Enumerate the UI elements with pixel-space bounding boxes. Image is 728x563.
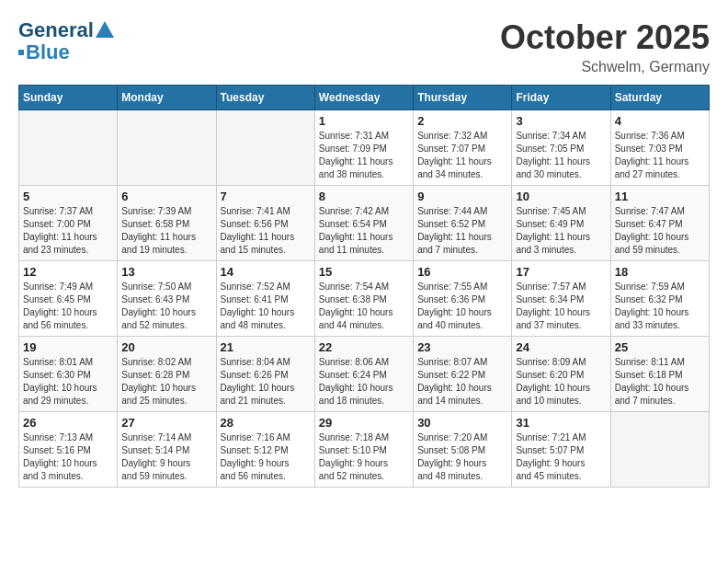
title-block: October 2025 Schwelm, Germany [500, 18, 710, 75]
calendar-cell: 10Sunrise: 7:45 AM Sunset: 6:49 PM Dayli… [512, 186, 610, 261]
day-number: 19 [23, 340, 113, 354]
logo-blue: Blue [26, 40, 70, 64]
day-info: Sunrise: 7:20 AM Sunset: 5:08 PM Dayligh… [417, 431, 507, 483]
calendar-cell: 12Sunrise: 7:49 AM Sunset: 6:45 PM Dayli… [19, 261, 118, 337]
calendar-cell: 29Sunrise: 7:18 AM Sunset: 5:10 PM Dayli… [314, 412, 413, 488]
calendar-cell: 6Sunrise: 7:39 AM Sunset: 6:58 PM Daylig… [118, 186, 216, 261]
calendar-cell: 25Sunrise: 8:11 AM Sunset: 6:18 PM Dayli… [610, 337, 709, 412]
day-info: Sunrise: 7:55 AM Sunset: 6:36 PM Dayligh… [417, 281, 507, 332]
day-info: Sunrise: 8:07 AM Sunset: 6:22 PM Dayligh… [417, 356, 507, 408]
day-info: Sunrise: 7:37 AM Sunset: 7:00 PM Dayligh… [23, 205, 113, 257]
day-info: Sunrise: 7:41 AM Sunset: 6:56 PM Dayligh… [221, 205, 311, 257]
day-number: 21 [221, 340, 311, 354]
calendar-cell: 21Sunrise: 8:04 AM Sunset: 6:26 PM Dayli… [216, 337, 314, 412]
day-info: Sunrise: 7:31 AM Sunset: 7:09 PM Dayligh… [319, 130, 409, 181]
day-number: 3 [516, 114, 606, 128]
day-number: 26 [23, 416, 113, 430]
day-number: 28 [221, 416, 311, 430]
day-info: Sunrise: 7:39 AM Sunset: 6:58 PM Dayligh… [121, 205, 211, 257]
calendar-header-row: SundayMondayTuesdayWednesdayThursdayFrid… [19, 86, 710, 110]
day-number: 27 [121, 416, 211, 430]
day-info: Sunrise: 7:21 AM Sunset: 5:07 PM Dayligh… [516, 431, 606, 483]
day-number: 5 [23, 190, 113, 203]
calendar-cell: 5Sunrise: 7:37 AM Sunset: 7:00 PM Daylig… [19, 186, 118, 261]
weekday-header-thursday: Thursday [414, 86, 512, 110]
day-info: Sunrise: 8:09 AM Sunset: 6:20 PM Dayligh… [516, 356, 606, 408]
day-info: Sunrise: 7:18 AM Sunset: 5:10 PM Dayligh… [319, 431, 409, 483]
calendar-cell: 8Sunrise: 7:42 AM Sunset: 6:54 PM Daylig… [314, 186, 413, 261]
weekday-header-tuesday: Tuesday [216, 86, 314, 110]
day-info: Sunrise: 7:42 AM Sunset: 6:54 PM Dayligh… [319, 205, 409, 257]
calendar-cell: 18Sunrise: 7:59 AM Sunset: 6:32 PM Dayli… [610, 261, 709, 337]
day-number: 8 [319, 190, 409, 203]
day-info: Sunrise: 7:36 AM Sunset: 7:03 PM Dayligh… [615, 130, 705, 181]
day-info: Sunrise: 7:34 AM Sunset: 7:05 PM Dayligh… [516, 130, 606, 181]
day-number: 14 [221, 265, 311, 279]
day-number: 29 [319, 416, 409, 430]
day-number: 13 [121, 265, 211, 279]
day-number: 24 [516, 340, 606, 354]
day-info: Sunrise: 8:04 AM Sunset: 6:26 PM Dayligh… [221, 356, 311, 408]
calendar-week-row: 5Sunrise: 7:37 AM Sunset: 7:00 PM Daylig… [19, 186, 710, 261]
day-info: Sunrise: 7:54 AM Sunset: 6:38 PM Dayligh… [319, 281, 409, 332]
calendar-cell: 4Sunrise: 7:36 AM Sunset: 7:03 PM Daylig… [610, 110, 709, 186]
calendar-cell: 23Sunrise: 8:07 AM Sunset: 6:22 PM Dayli… [414, 337, 512, 412]
calendar-cell: 9Sunrise: 7:44 AM Sunset: 6:52 PM Daylig… [414, 186, 512, 261]
day-number: 6 [121, 190, 211, 203]
calendar-cell: 24Sunrise: 8:09 AM Sunset: 6:20 PM Dayli… [512, 337, 610, 412]
weekday-header-monday: Monday [118, 86, 216, 110]
calendar-cell: 19Sunrise: 8:01 AM Sunset: 6:30 PM Dayli… [19, 337, 118, 412]
calendar-cell: 17Sunrise: 7:57 AM Sunset: 6:34 PM Dayli… [512, 261, 610, 337]
day-number: 2 [417, 114, 507, 128]
calendar-week-row: 19Sunrise: 8:01 AM Sunset: 6:30 PM Dayli… [19, 337, 710, 412]
day-number: 17 [516, 265, 606, 279]
location-title: Schwelm, Germany [500, 59, 710, 75]
day-info: Sunrise: 8:06 AM Sunset: 6:24 PM Dayligh… [319, 356, 409, 408]
calendar-cell: 3Sunrise: 7:34 AM Sunset: 7:05 PM Daylig… [512, 110, 610, 186]
day-number: 20 [121, 340, 211, 354]
day-number: 1 [319, 114, 409, 128]
calendar-cell [610, 412, 709, 488]
day-info: Sunrise: 7:44 AM Sunset: 6:52 PM Dayligh… [417, 205, 507, 257]
calendar-cell: 31Sunrise: 7:21 AM Sunset: 5:07 PM Dayli… [512, 412, 610, 488]
weekday-header-saturday: Saturday [610, 86, 709, 110]
month-title: October 2025 [500, 18, 710, 57]
calendar-cell: 13Sunrise: 7:50 AM Sunset: 6:43 PM Dayli… [118, 261, 216, 337]
day-number: 23 [417, 340, 507, 354]
calendar-cell: 15Sunrise: 7:54 AM Sunset: 6:38 PM Dayli… [314, 261, 413, 337]
logo-arrow-icon [96, 21, 114, 40]
calendar-cell: 7Sunrise: 7:41 AM Sunset: 6:56 PM Daylig… [216, 186, 314, 261]
page-header: General Blue October 2025 Schwelm, Germa… [18, 18, 710, 75]
day-number: 30 [417, 416, 507, 430]
day-number: 22 [319, 340, 409, 354]
calendar-week-row: 1Sunrise: 7:31 AM Sunset: 7:09 PM Daylig… [19, 110, 710, 186]
day-info: Sunrise: 7:50 AM Sunset: 6:43 PM Dayligh… [121, 281, 211, 332]
calendar-cell: 30Sunrise: 7:20 AM Sunset: 5:08 PM Dayli… [414, 412, 512, 488]
day-number: 16 [417, 265, 507, 279]
calendar-cell [19, 110, 118, 186]
day-info: Sunrise: 8:01 AM Sunset: 6:30 PM Dayligh… [23, 356, 113, 408]
day-number: 18 [615, 265, 705, 279]
day-number: 15 [319, 265, 409, 279]
day-info: Sunrise: 7:57 AM Sunset: 6:34 PM Dayligh… [516, 281, 606, 332]
day-info: Sunrise: 8:11 AM Sunset: 6:18 PM Dayligh… [615, 356, 705, 408]
day-info: Sunrise: 7:47 AM Sunset: 6:47 PM Dayligh… [615, 205, 705, 257]
calendar-cell: 11Sunrise: 7:47 AM Sunset: 6:47 PM Dayli… [610, 186, 709, 261]
day-number: 12 [23, 265, 113, 279]
calendar-cell: 28Sunrise: 7:16 AM Sunset: 5:12 PM Dayli… [216, 412, 314, 488]
logo-general: General [18, 18, 94, 42]
day-info: Sunrise: 7:45 AM Sunset: 6:49 PM Dayligh… [516, 205, 606, 257]
day-number: 10 [516, 190, 606, 203]
weekday-header-sunday: Sunday [19, 86, 118, 110]
calendar-cell: 27Sunrise: 7:14 AM Sunset: 5:14 PM Dayli… [118, 412, 216, 488]
calendar-cell: 2Sunrise: 7:32 AM Sunset: 7:07 PM Daylig… [414, 110, 512, 186]
day-info: Sunrise: 7:14 AM Sunset: 5:14 PM Dayligh… [121, 431, 211, 483]
calendar-week-row: 26Sunrise: 7:13 AM Sunset: 5:16 PM Dayli… [19, 412, 710, 488]
day-number: 11 [615, 190, 705, 203]
weekday-header-friday: Friday [512, 86, 610, 110]
weekday-header-wednesday: Wednesday [314, 86, 413, 110]
day-info: Sunrise: 7:49 AM Sunset: 6:45 PM Dayligh… [23, 281, 113, 332]
day-number: 9 [417, 190, 507, 203]
day-number: 25 [615, 340, 705, 354]
calendar-cell: 14Sunrise: 7:52 AM Sunset: 6:41 PM Dayli… [216, 261, 314, 337]
